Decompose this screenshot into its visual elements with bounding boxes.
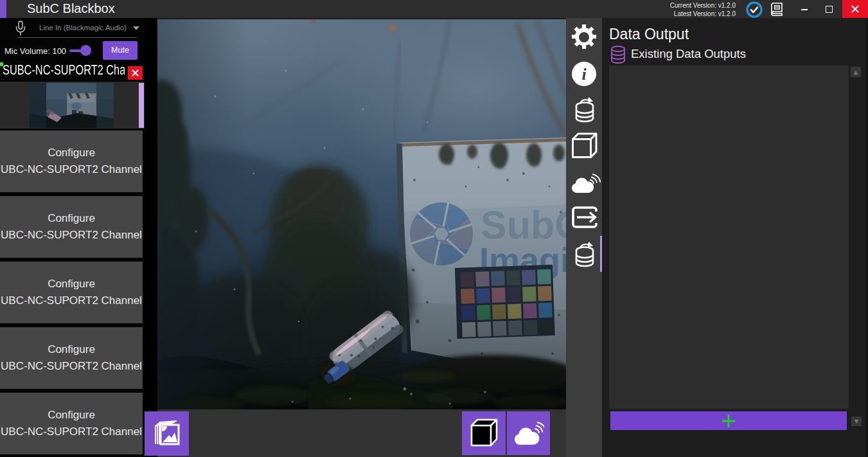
svg-text:i: i	[581, 65, 587, 84]
